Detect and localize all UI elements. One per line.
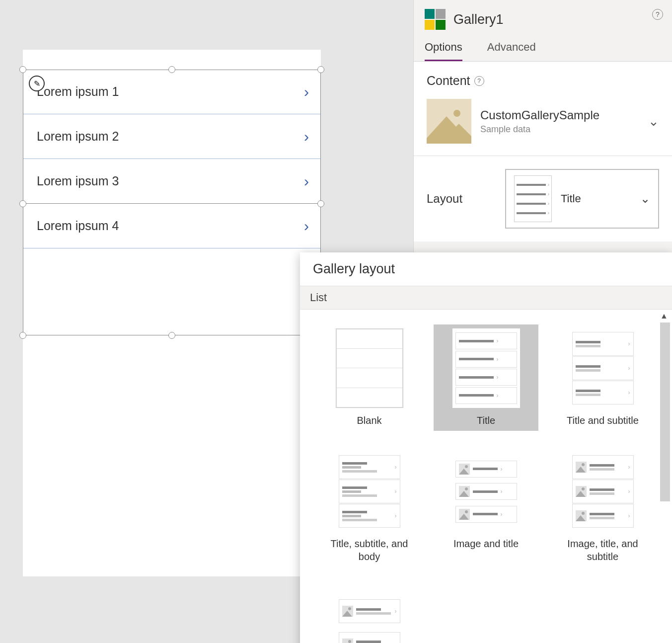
- content-section-title: Content ?: [427, 74, 659, 88]
- layout-dropdown[interactable]: › › › › Title ⌄: [505, 169, 659, 229]
- chevron-down-icon[interactable]: ⌄: [648, 114, 659, 129]
- tab-options[interactable]: Options: [425, 35, 462, 61]
- datasource-picker[interactable]: CustomGallerySample Sample data ⌄: [427, 99, 659, 144]
- layout-option-thumb: › › ›: [336, 452, 403, 531]
- layout-option-image-title-subtitle[interactable]: › › › Image, title, and subtitle: [550, 448, 655, 567]
- layout-option-label: Title, subtitle, and body: [321, 537, 418, 563]
- chevron-down-icon[interactable]: ⌄: [640, 192, 650, 206]
- datasource-thumbnail-icon: [427, 99, 471, 144]
- pane-body: Content ? CustomGallerySample Sample dat…: [414, 62, 672, 241]
- layout-option-label: Image and title: [453, 537, 519, 550]
- flyout-section-list: List: [300, 286, 672, 310]
- datasource-info: CustomGallerySample Sample data: [480, 108, 639, 135]
- layout-option-thumb: › › ›: [452, 452, 520, 531]
- tab-advanced[interactable]: Advanced: [487, 35, 536, 61]
- layout-option-label: Title and subtitle: [567, 414, 639, 427]
- pane-title: Gallery1: [453, 12, 504, 27]
- layout-selected-value: Title: [561, 192, 631, 205]
- datasource-name: CustomGallerySample: [480, 108, 639, 122]
- layout-option-thumb: [336, 328, 403, 408]
- gallery-row[interactable]: Lorem ipsum 2 ›: [23, 114, 321, 159]
- scrollbar-thumb[interactable]: [660, 322, 670, 501]
- layout-option-image-title[interactable]: › › › Image and title: [434, 448, 538, 567]
- help-icon[interactable]: ?: [652, 9, 663, 20]
- chevron-right-icon[interactable]: ›: [304, 128, 309, 145]
- layout-option-more[interactable]: › ›: [317, 584, 422, 643]
- content-section: Content ? CustomGallerySample Sample dat…: [414, 62, 672, 156]
- layout-option-blank[interactable]: Blank: [317, 324, 422, 431]
- layout-option-thumb: › › ›: [569, 452, 637, 531]
- content-label: Content: [427, 74, 470, 88]
- layout-option-thumb: › ›: [336, 588, 403, 643]
- chevron-right-icon[interactable]: ›: [304, 173, 309, 190]
- layout-options-grid: Blank › › › › Title › › › Title an: [300, 310, 672, 627]
- layout-label: Layout: [427, 192, 491, 206]
- flyout-scroll-area[interactable]: ▲ ▼ Blank › › › › Title: [300, 310, 672, 643]
- layout-thumbnail-icon: › › › ›: [514, 175, 552, 222]
- gallery-row[interactable]: Lorem ipsum 4 ›: [23, 204, 321, 248]
- layout-option-title-subtitle[interactable]: › › › Title and subtitle: [550, 324, 655, 431]
- gallery-row-title: Lorem ipsum 2: [37, 129, 119, 144]
- gallery-row[interactable]: Lorem ipsum 3 ›: [23, 159, 321, 204]
- edit-icon[interactable]: ✎: [29, 76, 45, 91]
- gallery-row-title: Lorem ipsum 3: [37, 174, 119, 188]
- layout-option-thumb: › › › ›: [452, 328, 520, 408]
- gallery-row[interactable]: Lorem ipsum 1 ›: [23, 70, 321, 114]
- pane-tabs: Options Advanced: [414, 35, 672, 62]
- layout-option-thumb: › › ›: [569, 328, 637, 408]
- gallery-icon: [425, 9, 446, 30]
- flyout-title: Gallery layout: [300, 252, 672, 286]
- help-icon[interactable]: ?: [474, 76, 484, 86]
- layout-option-label: Title: [477, 414, 495, 427]
- layout-section: Layout › › › › Title ⌄: [414, 156, 672, 241]
- layout-option-label: Image, title, and subtitle: [554, 537, 651, 563]
- gallery-control[interactable]: Lorem ipsum 1 › Lorem ipsum 2 › Lorem ip…: [23, 70, 321, 248]
- layout-option-label: Blank: [357, 414, 381, 427]
- gallery-layout-flyout: Gallery layout List ▲ ▼ Blank › › › ›: [300, 252, 672, 643]
- pane-header: Gallery1 ?: [414, 0, 672, 35]
- scroll-up-icon[interactable]: ▲: [659, 312, 669, 321]
- gallery-row-title: Lorem ipsum 4: [37, 219, 119, 233]
- gallery-row-title: Lorem ipsum 1: [37, 84, 119, 99]
- chevron-right-icon[interactable]: ›: [304, 83, 309, 100]
- chevron-right-icon[interactable]: ›: [304, 218, 309, 235]
- layout-option-title[interactable]: › › › › Title: [434, 324, 538, 431]
- datasource-subtitle: Sample data: [480, 124, 639, 135]
- layout-option-title-subtitle-body[interactable]: › › › Title, subtitle, and body: [317, 448, 422, 567]
